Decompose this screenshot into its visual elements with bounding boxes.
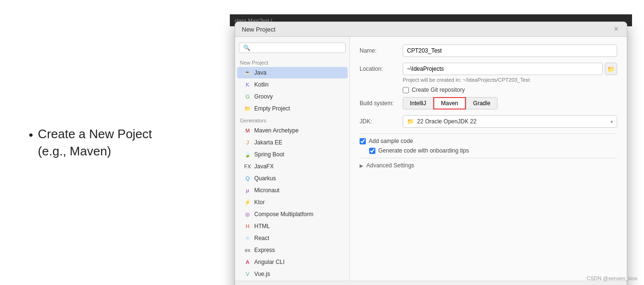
build-system-row: Build system: IntelliJ Maven Gradle — [360, 97, 617, 110]
close-button[interactable]: × — [612, 25, 620, 33]
sidebar-item-maven[interactable]: M Maven Archetype — [237, 125, 348, 136]
dialog-titlebar: New Project × — [235, 22, 627, 37]
sidebar-item-vue-label: Vue.js — [254, 271, 270, 277]
java-icon: ☕ — [244, 69, 251, 77]
divider2 — [360, 158, 617, 158]
dialog-body: 🔍 New Project ☕ Java K Kotlin G Groovy — [235, 37, 627, 281]
jdk-label: JDK: — [360, 118, 403, 125]
sidebar-item-compose-label: Compose Multiplatform — [254, 211, 313, 218]
generate-code-label: Generate code with onboarding tips — [378, 147, 469, 154]
empty-project-icon: 📁 — [244, 105, 251, 112]
sidebar-item-express-label: Express — [254, 247, 275, 253]
sidebar-item-javafx-label: JavaFX — [254, 163, 274, 170]
location-row: Location: 📁 — [360, 63, 617, 75]
sidebar-item-angular[interactable]: A Angular CLI — [237, 256, 348, 268]
new-project-dialog: New Project × 🔍 New Project ☕ Java — [235, 22, 627, 285]
micronaut-icon: μ — [244, 186, 251, 194]
advanced-settings-row[interactable]: ▶ Advanced Settings — [360, 162, 617, 169]
sidebar-item-micronaut-label: Micronaut — [254, 187, 280, 194]
sidebar-item-empty[interactable]: 📁 Empty Project — [237, 103, 348, 114]
add-sample-checkbox[interactable] — [360, 138, 366, 144]
slide-text-area: • Create a New Poject (e.g., Maven) — [0, 106, 182, 179]
name-label: Name: — [360, 47, 403, 54]
right-form-panel: Name: Location: 📁 Project will be create… — [350, 37, 627, 281]
sidebar-item-react-label: React — [254, 235, 269, 241]
jakarta-icon: J — [244, 139, 251, 146]
gradle-build-button[interactable]: Gradle — [466, 97, 497, 110]
sidebar-item-java-label: Java — [254, 69, 266, 76]
dialog-container: class MainTest { ... New Project × 🔍 New… — [230, 14, 632, 275]
sidebar-item-micronaut[interactable]: μ Micronaut — [237, 185, 348, 196]
dialog-title: New Project — [242, 26, 275, 33]
maven-icon: M — [244, 127, 251, 134]
slide-content: • Create a New Poject (e.g., Maven) clas… — [0, 0, 644, 285]
section-generators: Generators — [235, 115, 350, 124]
sidebar-item-spring[interactable]: 🍃 Spring Boot — [237, 149, 348, 160]
ktor-icon: ⚡ — [244, 198, 251, 206]
intellij-build-button[interactable]: IntelliJ — [403, 97, 433, 110]
sidebar-item-html-label: HTML — [254, 223, 270, 230]
sidebar-item-quarkus-label: Quarkus — [254, 175, 276, 182]
sidebar-item-vue[interactable]: V Vue.js — [237, 268, 348, 280]
sidebar-item-groovy[interactable]: G Groovy — [237, 91, 348, 102]
kotlin-icon: K — [244, 81, 251, 88]
sidebar-item-jakarta-label: Jakarta EE — [254, 139, 282, 146]
jdk-folder-icon: 📁 — [407, 118, 414, 125]
generate-code-row: Generate code with onboarding tips — [369, 147, 617, 154]
sidebar-item-spring-label: Spring Boot — [254, 151, 284, 158]
name-input[interactable] — [403, 44, 617, 57]
express-icon: ex — [244, 246, 251, 254]
bullet-point: • Create a New Poject (e.g., Maven) — [29, 125, 153, 160]
advanced-chevron-icon: ▶ — [360, 163, 363, 168]
location-label: Location: — [360, 66, 403, 72]
add-sample-label: Add sample code — [369, 138, 413, 144]
sidebar-item-empty-label: Empty Project — [254, 105, 290, 112]
location-input[interactable] — [403, 63, 603, 75]
browse-folder-button[interactable]: 📁 — [605, 63, 617, 75]
sidebar-item-react[interactable]: ⚛ React — [237, 232, 348, 244]
sidebar-item-html[interactable]: H HTML — [237, 220, 348, 232]
angular-icon: A — [244, 258, 251, 266]
quarkus-icon: Q — [244, 175, 251, 182]
build-system-label: Build system: — [360, 100, 403, 107]
watermark: CSDN @sensen_kiss — [587, 275, 637, 281]
sidebar-item-express[interactable]: ex Express — [237, 244, 348, 256]
sidebar-item-kotlin[interactable]: K Kotlin — [237, 79, 348, 90]
sidebar-item-quarkus[interactable]: Q Quarkus — [237, 173, 348, 184]
sidebar-item-ktor[interactable]: ⚡ Ktor — [237, 197, 348, 208]
spring-icon: 🍃 — [244, 151, 251, 158]
sidebar-item-vite[interactable]: ⚡ Vite — [237, 280, 348, 281]
dialog-footer: Create Cancel — [235, 281, 627, 285]
bullet-text: Create a New Poject (e.g., Maven) — [38, 125, 153, 160]
build-system-buttons: IntelliJ Maven Gradle — [403, 97, 497, 110]
maven-build-button[interactable]: Maven — [433, 97, 466, 110]
name-row: Name: — [360, 44, 617, 57]
section-new-project: New Project — [235, 57, 350, 66]
compose-icon: ◎ — [244, 210, 251, 218]
jdk-dropdown[interactable]: 📁 22 Oracle OpenJDK 22 ▾ — [403, 115, 617, 128]
sidebar-item-groovy-label: Groovy — [254, 93, 273, 100]
groovy-icon: G — [244, 93, 251, 100]
generate-code-checkbox[interactable] — [369, 148, 375, 154]
jdk-row: JDK: 📁 22 Oracle OpenJDK 22 ▾ — [360, 115, 617, 128]
sidebar-item-compose[interactable]: ◎ Compose Multiplatform — [237, 208, 348, 220]
sidebar-item-maven-label: Maven Archetype — [254, 127, 299, 134]
sidebar-item-jakarta[interactable]: J Jakarta EE — [237, 137, 348, 148]
sidebar-item-java[interactable]: ☕ Java — [237, 67, 348, 78]
advanced-settings-label: Advanced Settings — [366, 162, 414, 169]
vue-icon: V — [244, 270, 251, 278]
sidebar-item-javafx[interactable]: FX JavaFX — [237, 161, 348, 172]
path-hint: Project will be created in: ~/IdeaProjec… — [403, 77, 617, 83]
jdk-display-value: 22 Oracle OpenJDK 22 — [417, 118, 476, 125]
html-icon: H — [244, 222, 251, 230]
search-box[interactable]: 🔍 — [239, 43, 346, 53]
git-checkbox-label: Create Git repository — [412, 87, 465, 93]
left-nav-panel: 🔍 New Project ☕ Java K Kotlin G Groovy — [235, 37, 350, 281]
git-checkbox-row: Create Git repository — [403, 87, 617, 93]
jdk-value: 📁 22 Oracle OpenJDK 22 — [407, 118, 476, 125]
jdk-chevron-icon: ▾ — [610, 119, 613, 124]
add-sample-row: Add sample code — [360, 138, 617, 144]
sidebar-item-angular-label: Angular CLI — [254, 259, 284, 265]
git-checkbox[interactable] — [403, 87, 409, 93]
sidebar-item-kotlin-label: Kotlin — [254, 81, 269, 88]
